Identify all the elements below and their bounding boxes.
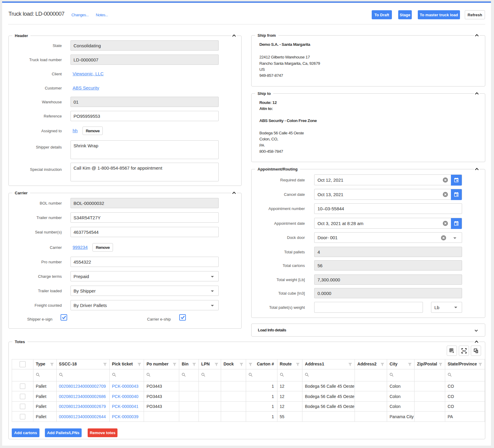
svg-text:xlsx: xlsx: [462, 349, 466, 352]
